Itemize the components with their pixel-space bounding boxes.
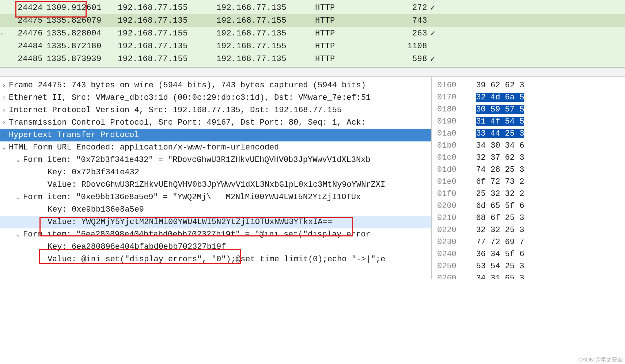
hex-row[interactable]: 0230 77 72 69 7 bbox=[437, 236, 624, 248]
packet-col-protocol: HTTP bbox=[315, 3, 395, 12]
packet-row[interactable]: 244241309.912601192.168.77.155192.168.77… bbox=[0, 1, 625, 14]
tree-label: Ethernet II, Src: VMware_db:c3:1d (00:0c… bbox=[9, 93, 371, 102]
hex-offset: 01d0 bbox=[437, 164, 466, 176]
tree-label: Form item: "6ea280898e404bfabd0ebb702327… bbox=[23, 230, 371, 239]
collapse-icon[interactable]: ⌄ bbox=[2, 141, 9, 154]
tree-key-3[interactable]: Key: 6ea280898e404bfabd0ebb702327b19f bbox=[0, 241, 431, 253]
hex-bytes: 31 4f 54 5 bbox=[476, 117, 524, 126]
hex-row[interactable]: 01b0 34 30 34 6 bbox=[437, 140, 624, 152]
hex-row[interactable]: 0170 32 4d 6a 5 bbox=[437, 91, 624, 103]
hex-bytes: 6f 72 73 2 bbox=[476, 177, 524, 186]
tree-value-2[interactable]: Value: YWQ2MjY5YjctM2NlMi00YWU4LWI5N2YtZ… bbox=[0, 216, 431, 228]
tree-form-item-2[interactable]: ⌄Form item: "0xe9bb136e8a5e9" = "YWQ2Mj\… bbox=[0, 191, 431, 204]
packet-col-length: 1108 bbox=[395, 42, 430, 51]
hex-row[interactable]: 0180 30 59 57 5 bbox=[437, 103, 624, 115]
tree-label: Transmission Control Protocol, Src Port:… bbox=[9, 118, 366, 127]
collapse-icon[interactable]: ⌄ bbox=[16, 154, 23, 166]
hex-row[interactable]: 0210 68 6f 25 3 bbox=[437, 212, 624, 224]
tree-ethernet[interactable]: ›Ethernet II, Src: VMware_db:c3:1d (00:0… bbox=[0, 92, 431, 104]
tree-key-1[interactable]: Key: 0x72b3f341e432 bbox=[0, 166, 431, 179]
hex-bytes: 33 44 25 3 bbox=[476, 129, 524, 138]
packet-details-pane[interactable]: ›Frame 24475: 743 bytes on wire (5944 bi… bbox=[0, 77, 432, 279]
hex-bytes: 74 28 25 3 bbox=[476, 165, 524, 174]
hex-offset: 0160 bbox=[437, 79, 466, 91]
tree-http[interactable]: ›Hypertext Transfer Protocol bbox=[0, 129, 431, 141]
hex-bytes: 34 31 65 3 bbox=[476, 274, 524, 279]
hex-bytes: 6d 65 5f 6 bbox=[476, 201, 524, 211]
hex-row[interactable]: 0220 32 32 25 3 bbox=[437, 224, 624, 236]
packet-bytes-pane[interactable]: 0160 39 62 62 30170 32 4d 6a 50180 30 59… bbox=[432, 77, 625, 279]
tree-tcp[interactable]: ›Transmission Control Protocol, Src Port… bbox=[0, 117, 431, 129]
collapse-icon[interactable]: ⌄ bbox=[16, 191, 23, 204]
tree-label: Form item: "0xe9bb136e8a5e9" = "YWQ2Mj\ … bbox=[23, 193, 361, 202]
packet-col-no: 24485 bbox=[8, 54, 46, 64]
packet-col-src: 192.168.77.135 bbox=[118, 42, 216, 51]
hex-offset: 01b0 bbox=[437, 140, 466, 152]
tree-key-2[interactable]: Key: 0xe9bb136e8a5e9 bbox=[0, 204, 431, 216]
packet-col-no: 24424 bbox=[8, 3, 46, 12]
hex-bytes: 25 32 32 2 bbox=[476, 189, 524, 198]
hex-row[interactable]: 0160 39 62 62 3 bbox=[437, 79, 624, 91]
packet-col-dst: 192.168.77.135 bbox=[216, 29, 315, 38]
packet-col-dst: 192.168.77.135 bbox=[216, 3, 315, 12]
packet-col-time: 1335.873939 bbox=[46, 54, 118, 64]
tree-label: Form item: "0x72b3f341e432" = "RDovcGhwU… bbox=[23, 155, 371, 164]
packet-col-info: ✓ bbox=[430, 29, 625, 38]
hex-row[interactable]: 0260 34 31 65 3 bbox=[437, 272, 624, 279]
tree-label: Value: YWQ2MjY5YjctM2NlMi00YWU4LWI5N2YtZ… bbox=[48, 217, 332, 227]
expand-icon[interactable]: › bbox=[2, 104, 9, 117]
expand-icon[interactable]: › bbox=[2, 117, 9, 129]
tree-value-3[interactable]: Value: @ini_set("display_errors", "0");@… bbox=[0, 253, 431, 266]
packet-col-length: 272 bbox=[395, 3, 430, 12]
hex-row[interactable]: 0190 31 4f 54 5 bbox=[437, 115, 624, 128]
expand-icon[interactable]: › bbox=[2, 129, 9, 141]
hex-offset: 0200 bbox=[437, 200, 466, 212]
hex-bytes: 32 4d 6a 5 bbox=[476, 93, 524, 102]
packet-row[interactable]: ←244761335.828004192.168.77.155192.168.7… bbox=[0, 27, 625, 40]
hex-bytes: 34 30 34 6 bbox=[476, 141, 524, 150]
tree-value-1[interactable]: Value: RDovcGhwU3R1ZHkvUEhQVHV0b3JpYWwvV… bbox=[0, 179, 431, 191]
tree-label: Key: 0x72b3f341e432 bbox=[48, 168, 139, 177]
collapse-icon[interactable]: ⌄ bbox=[16, 228, 23, 241]
hex-row[interactable]: 01a0 33 44 25 3 bbox=[437, 128, 624, 140]
packet-col-time: 1335.828004 bbox=[46, 29, 118, 38]
packet-col-src: 192.168.77.135 bbox=[118, 16, 216, 25]
hex-row[interactable]: 01f0 25 32 32 2 bbox=[437, 188, 624, 200]
tree-form-item-1[interactable]: ⌄Form item: "0x72b3f341e432" = "RDovcGhw… bbox=[0, 154, 431, 166]
hex-offset: 01f0 bbox=[437, 188, 466, 200]
expand-icon[interactable]: › bbox=[2, 79, 9, 92]
hex-offset: 0190 bbox=[437, 115, 466, 128]
packet-row[interactable]: →244751335.826079192.168.77.135192.168.7… bbox=[0, 14, 625, 27]
pane-splitter-h[interactable] bbox=[0, 68, 625, 76]
tree-frame[interactable]: ›Frame 24475: 743 bytes on wire (5944 bi… bbox=[0, 79, 431, 92]
packet-col-protocol: HTTP bbox=[315, 16, 395, 25]
hex-row[interactable]: 01c0 32 37 62 3 bbox=[437, 152, 624, 164]
hex-row[interactable]: 0200 6d 65 5f 6 bbox=[437, 200, 624, 212]
tree-form-encoded[interactable]: ⌄HTML Form URL Encoded: application/x-ww… bbox=[0, 141, 431, 154]
tree-label: Frame 24475: 743 bytes on wire (5944 bit… bbox=[9, 81, 366, 90]
packet-col-info: ✓ bbox=[430, 3, 625, 13]
expand-icon[interactable]: › bbox=[2, 92, 9, 104]
hex-offset: 0230 bbox=[437, 236, 466, 248]
hex-row[interactable]: 01d0 74 28 25 3 bbox=[437, 164, 624, 176]
hex-offset: 0220 bbox=[437, 224, 466, 236]
hex-row[interactable]: 01e0 6f 72 73 2 bbox=[437, 176, 624, 188]
tree-ip[interactable]: ›Internet Protocol Version 4, Src: 192.1… bbox=[0, 104, 431, 117]
hex-row[interactable]: 0240 36 34 5f 6 bbox=[437, 248, 624, 260]
packet-col-protocol: HTTP bbox=[315, 54, 395, 64]
packet-col-src: 192.168.77.155 bbox=[118, 3, 216, 12]
hex-row[interactable]: 0250 53 54 25 3 bbox=[437, 260, 624, 272]
packet-col-protocol: HTTP bbox=[315, 42, 395, 51]
hex-bytes: 77 72 69 7 bbox=[476, 238, 524, 247]
hex-bytes: 36 34 5f 6 bbox=[476, 250, 524, 259]
packet-col-protocol: HTTP bbox=[315, 29, 395, 38]
packet-list-pane[interactable]: 244241309.912601192.168.77.155192.168.77… bbox=[0, 0, 625, 68]
packet-col-time: 1309.912601 bbox=[46, 3, 118, 12]
details-hex-container: ›Frame 24475: 743 bytes on wire (5944 bi… bbox=[0, 76, 625, 279]
packet-row[interactable]: 244841335.872180192.168.77.135192.168.77… bbox=[0, 40, 625, 53]
packet-row[interactable]: 244851335.873939192.168.77.155192.168.77… bbox=[0, 53, 625, 65]
hex-bytes: 32 32 25 3 bbox=[476, 225, 524, 235]
packet-arrow-icon: → bbox=[1, 17, 5, 24]
tree-form-item-3[interactable]: ⌄Form item: "6ea280898e404bfabd0ebb70232… bbox=[0, 228, 431, 241]
packet-col-length: 263 bbox=[395, 29, 430, 38]
